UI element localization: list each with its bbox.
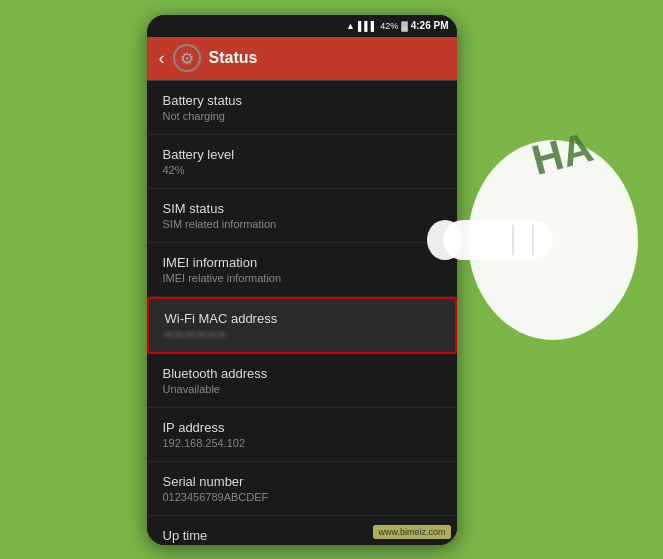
status-icons: ▲ ▌▌▌ 42% ▓ 4:26 PM bbox=[346, 20, 448, 31]
sim-status-title: SIM status bbox=[163, 201, 441, 216]
list-item-battery-level[interactable]: Battery level 42% bbox=[147, 135, 457, 189]
battery-level-value: 42% bbox=[163, 164, 441, 176]
ip-title: IP address bbox=[163, 420, 441, 435]
list-item-ip-address[interactable]: IP address 192.168.254.102 bbox=[147, 408, 457, 462]
navigation-bar: ‹ ⚙ Status bbox=[147, 37, 457, 81]
battery-level-title: Battery level bbox=[163, 147, 441, 162]
page-title: Status bbox=[209, 49, 258, 67]
phone-device: ▲ ▌▌▌ 42% ▓ 4:26 PM ‹ ⚙ Status Battery s… bbox=[147, 15, 457, 545]
back-button[interactable]: ‹ bbox=[159, 48, 165, 69]
list-item-battery-status[interactable]: Battery status Not charging bbox=[147, 81, 457, 135]
battery-percent: 42% bbox=[380, 21, 398, 31]
wifi-mac-value: ••:••:••:••:••:•• bbox=[165, 328, 439, 340]
battery-icon: ▓ bbox=[401, 21, 408, 31]
clock: 4:26 PM bbox=[411, 20, 449, 31]
imei-value: IMEI relative information bbox=[163, 272, 441, 284]
wifi-mac-title: Wi-Fi MAC address bbox=[165, 311, 439, 326]
sim-status-value: SIM related information bbox=[163, 218, 441, 230]
list-item-serial[interactable]: Serial number 0123456789ABCDEF bbox=[147, 462, 457, 516]
battery-status-title: Battery status bbox=[163, 93, 441, 108]
list-item-bluetooth[interactable]: Bluetooth address Unavailable bbox=[147, 354, 457, 408]
svg-point-2 bbox=[427, 220, 463, 260]
serial-value: 0123456789ABCDEF bbox=[163, 491, 441, 503]
list-item-sim-status[interactable]: SIM status SIM related information bbox=[147, 189, 457, 243]
ip-value: 192.168.254.102 bbox=[163, 437, 441, 449]
bluetooth-title: Bluetooth address bbox=[163, 366, 441, 381]
serial-title: Serial number bbox=[163, 474, 441, 489]
wifi-icon: ▲ bbox=[346, 21, 355, 31]
gear-icon: ⚙ bbox=[180, 49, 194, 68]
settings-icon-circle: ⚙ bbox=[173, 44, 201, 72]
bluetooth-value: Unavailable bbox=[163, 383, 441, 395]
battery-status-value: Not charging bbox=[163, 110, 441, 122]
list-item-imei[interactable]: IMEI information IMEI relative informati… bbox=[147, 243, 457, 297]
signal-icon: ▌▌▌ bbox=[358, 21, 377, 31]
watermark: www.bimeiz.com bbox=[373, 525, 450, 539]
list-item-wifi-mac[interactable]: Wi-Fi MAC address ••:••:••:••:••:•• bbox=[147, 297, 457, 354]
settings-list: Battery status Not charging Battery leve… bbox=[147, 81, 457, 545]
hand-illustration: HA bbox=[423, 80, 643, 400]
imei-title: IMEI information bbox=[163, 255, 441, 270]
status-bar: ▲ ▌▌▌ 42% ▓ 4:26 PM bbox=[147, 15, 457, 37]
